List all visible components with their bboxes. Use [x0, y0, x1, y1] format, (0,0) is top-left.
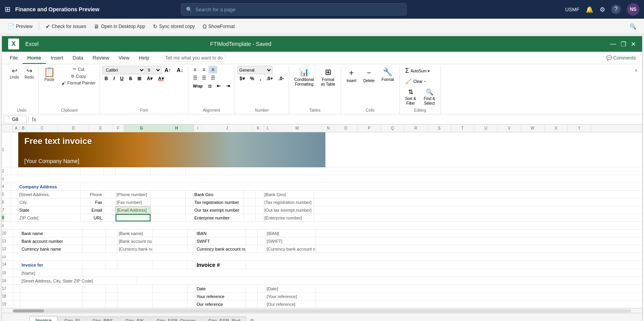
cell-C11[interactable]: Bank account number [20, 237, 82, 245]
insert-button[interactable]: ＋ Insert [344, 66, 360, 84]
cell-M6[interactable]: [Tax registration number] [263, 198, 314, 206]
tab-insert[interactable]: Insert [46, 53, 68, 64]
cell-M12[interactable]: [Currency bank account number] [265, 245, 316, 253]
col-O[interactable]: O [334, 125, 358, 132]
decrease-font-button[interactable]: A↓ [174, 66, 186, 74]
help-icon[interactable]: ? [611, 5, 621, 14]
col-I[interactable]: I [194, 125, 202, 132]
cell-J14[interactable]: Invoice # [195, 261, 246, 269]
cell-J19[interactable]: Our reference [195, 300, 246, 308]
redo-button[interactable]: ↪ Redo [22, 66, 36, 81]
sheet-tab-giro-fi[interactable]: Giro_FI [58, 316, 86, 321]
gear-icon[interactable]: ⚙ [600, 6, 605, 13]
align-bottom-center-button[interactable]: ☰ [200, 74, 208, 82]
restore-button[interactable]: ❐ [621, 40, 626, 48]
sheet-tab-giro-fik[interactable]: Giro_FIK [119, 316, 150, 321]
avatar[interactable]: NS [627, 3, 639, 16]
cell-J6[interactable]: Tax registration number [193, 198, 244, 206]
format-painter-button[interactable]: 🖌Format Painter [60, 80, 97, 86]
tab-file[interactable]: File [5, 53, 23, 64]
font-color-button[interactable]: A▾ [156, 75, 166, 82]
conditional-formatting-button[interactable]: 📊 ConditionalFormatting [291, 66, 317, 88]
col-K[interactable]: K [253, 125, 264, 132]
tab-data[interactable]: Data [68, 53, 88, 64]
cell-M7[interactable]: [Out tax exempt number] [263, 206, 314, 214]
col-N[interactable]: N [323, 125, 334, 132]
dec-decrease-button[interactable]: .0- [276, 75, 286, 82]
fill-color-button[interactable]: A▾ [144, 75, 155, 82]
tab-help[interactable]: Help [134, 53, 154, 64]
cell-J11[interactable]: SWIFT [195, 237, 246, 245]
cell-M10[interactable]: [IBAN] [265, 230, 316, 237]
col-Q[interactable]: Q [381, 125, 404, 132]
cell-J5[interactable]: Bank Giro [193, 191, 244, 198]
cell-C6[interactable]: City, [18, 198, 81, 206]
comments-button[interactable]: 💬 Comments [606, 55, 636, 61]
sheet-tab-invoice[interactable]: Invoice [30, 316, 57, 321]
cell-C15[interactable]: [Name] [20, 269, 82, 277]
indent-inc-button[interactable]: ⇥ [224, 82, 232, 89]
cell-M18[interactable]: [Your reference] [265, 293, 316, 300]
tab-home[interactable]: Home [23, 53, 46, 64]
sheet-tab-giro-bbs[interactable]: Giro_BBS [86, 316, 119, 321]
align-top-left-button[interactable]: ≡ [191, 66, 199, 74]
format-as-table-button[interactable]: ⊞ Formatas Table [318, 66, 339, 88]
font-family-select[interactable]: Calibri [102, 66, 145, 74]
comma-button[interactable]: , [257, 75, 263, 82]
cell-G6[interactable]: [Fax number] [116, 198, 151, 206]
cell-J8[interactable]: Enterprise number [193, 214, 244, 221]
col-W[interactable]: W [521, 125, 544, 132]
sheet-tab-giro-esr-red[interactable]: Giro_ESR_Red [202, 316, 246, 321]
col-H[interactable]: H [159, 125, 194, 132]
align-top-right-button[interactable]: ≡ [209, 66, 217, 74]
cell-G8[interactable] [116, 214, 151, 221]
currency-button[interactable]: $▾ [237, 75, 247, 82]
percent-button[interactable]: % [248, 75, 257, 82]
close-button[interactable]: ✕ [631, 40, 636, 48]
cell-M5[interactable]: [Bank Giro] [263, 191, 314, 198]
cell-M11[interactable]: [SWIFT] [265, 237, 316, 245]
cell-ref-input[interactable] [4, 116, 27, 123]
underline-button[interactable]: U [118, 75, 126, 82]
col-U[interactable]: U [474, 125, 498, 132]
col-X[interactable]: X [544, 125, 568, 132]
italic-button[interactable]: I [111, 75, 117, 82]
cell-G7[interactable]: [Email Address] [116, 206, 151, 214]
formula-input[interactable] [39, 116, 640, 123]
col-L[interactable]: L [264, 125, 272, 132]
cell-M17[interactable]: [Date] [265, 285, 316, 292]
col-E[interactable]: E [89, 125, 112, 132]
col-G[interactable]: G [124, 125, 159, 132]
sheet-nav-next[interactable]: › [16, 319, 21, 321]
col-F[interactable]: F [112, 125, 124, 132]
wrap-text-button[interactable]: Wrap [191, 83, 205, 89]
sheet-tab-giro-esr-orange[interactable]: Giro_ESR_Orange [151, 316, 202, 321]
tab-view[interactable]: View [114, 53, 134, 64]
cell-C14[interactable]: Invoice for [20, 261, 82, 269]
clear-button[interactable]: 🧹 Clear ~ [402, 77, 429, 86]
increase-font-button[interactable]: A↑ [162, 66, 174, 74]
delete-button[interactable]: － Delete [360, 66, 378, 84]
grid-icon[interactable]: ⊞ [5, 5, 11, 14]
col-S[interactable]: S [428, 125, 451, 132]
cut-button[interactable]: ✂Cut [60, 66, 97, 72]
tell-me-box[interactable]: Tell me what you want to do [161, 54, 226, 62]
horizontal-scrollbar[interactable] [2, 308, 642, 313]
cell-C8[interactable]: ZIP Code] [18, 214, 81, 221]
autosum-button[interactable]: Σ AutoSum ▾ [402, 66, 433, 76]
ribbon-collapse-button[interactable]: ∧ [635, 68, 637, 72]
undo-button[interactable]: ↩ Undo [7, 66, 21, 81]
align-bottom-right-button[interactable]: ☰ [209, 74, 217, 82]
cell-C12[interactable]: Currency bank name [20, 245, 82, 253]
add-sheet-button[interactable]: ⊕ [246, 316, 258, 321]
format-button[interactable]: 🔧 Format [379, 66, 397, 83]
strikethrough-button[interactable]: S [126, 75, 134, 82]
col-R[interactable]: R [404, 125, 428, 132]
minimize-button[interactable]: — [610, 40, 616, 48]
bold-button[interactable]: B [102, 75, 111, 82]
cell-J18[interactable]: Your reference [195, 293, 246, 300]
align-bottom-left-button[interactable]: ☰ [191, 74, 199, 82]
number-format-select[interactable]: General [237, 66, 272, 74]
cell-F11[interactable]: [Bank account number] [118, 237, 153, 245]
tab-review[interactable]: Review [88, 53, 114, 64]
